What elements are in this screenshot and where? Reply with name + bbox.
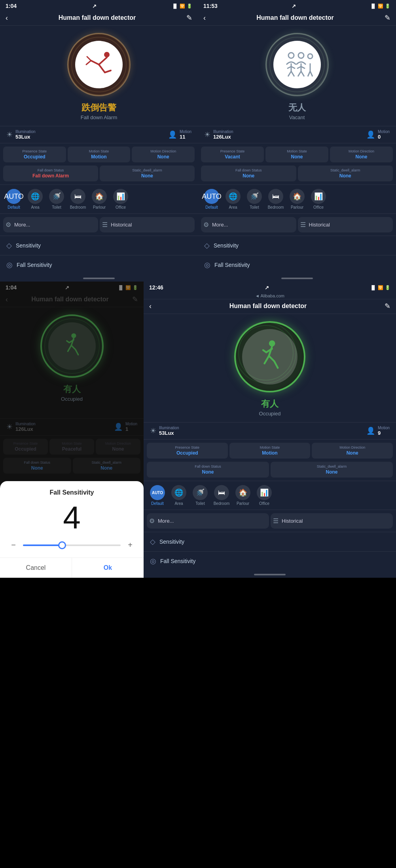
scene-area-br[interactable]: 🌐 Area bbox=[170, 485, 188, 506]
scene-area-tr[interactable]: 🌐 Area bbox=[224, 189, 242, 209]
app-header-tl: ‹ Human fall down detector ✎ bbox=[0, 11, 198, 26]
scene-row-br: AUTO Default 🌐 Area 🚿 Toilet 🛏 Bedroom 🏠… bbox=[144, 481, 396, 510]
slider-minus-button[interactable]: − bbox=[8, 541, 19, 550]
fall-sensitivity-row-br[interactable]: ◎ Fall Sensitivity bbox=[144, 551, 396, 571]
back-button-tl[interactable]: ‹ bbox=[6, 14, 8, 22]
back-button-tr[interactable]: ‹ bbox=[203, 14, 206, 22]
slider-plus-button[interactable]: + bbox=[125, 541, 136, 550]
gear-icon-tl: ⚙ bbox=[6, 221, 11, 228]
sensitivity-row-tl[interactable]: ◇ Sensitivity bbox=[0, 236, 198, 255]
svg-line-16 bbox=[301, 71, 304, 76]
more-label-br: More... bbox=[158, 518, 174, 524]
status-bar-bl: 1:04 ↗ ▐▌ 🛜 🔋 bbox=[0, 282, 144, 293]
svg-line-1 bbox=[99, 57, 107, 65]
edit-button-br[interactable]: ✎ bbox=[385, 302, 390, 310]
modal-title: Fall Sensitivity bbox=[0, 489, 144, 496]
scene-office-br[interactable]: 📊 Office bbox=[255, 485, 273, 506]
scene-default-label-tr: Default bbox=[205, 205, 218, 209]
wifi-icon-tr: 🛜 bbox=[378, 4, 383, 9]
modal-ok-button[interactable]: Ok bbox=[72, 558, 144, 578]
sensitivity-row-tr[interactable]: ◇ Sensitivity bbox=[198, 236, 396, 255]
fall-sensitivity-row-tr[interactable]: ◎ Fall Sensitivity bbox=[198, 255, 396, 274]
gear-icon-br: ⚙ bbox=[149, 517, 155, 525]
svg-line-9 bbox=[288, 71, 291, 76]
modal-cancel-button[interactable]: Cancel bbox=[0, 558, 72, 578]
sensitivity-row-br[interactable]: ◇ Sensitivity bbox=[144, 532, 396, 551]
motion-label-br: Motion bbox=[378, 426, 390, 430]
svg-point-0 bbox=[104, 52, 110, 57]
scene-parlour-tr[interactable]: 🏠 Parlour bbox=[288, 189, 306, 209]
scene-bedroom-br[interactable]: 🛏 Bedroom bbox=[212, 485, 231, 506]
scene-toilet-br[interactable]: 🚿 Toilet bbox=[191, 485, 209, 506]
historical-button-br[interactable]: ☰ Historical bbox=[271, 513, 393, 529]
fall-figure-icon bbox=[83, 51, 115, 78]
motion-dir-value-tl: None bbox=[134, 154, 192, 160]
fall-sensitivity-modal: Fall Sensitivity 4 − + Cancel Ok bbox=[0, 481, 144, 578]
illumination-stat-br: ☀ Illumination 53Lux bbox=[150, 426, 179, 436]
more-button-br[interactable]: ⚙ More... bbox=[147, 513, 269, 529]
wifi-icon: 🛜 bbox=[180, 4, 185, 9]
scene-default-tl[interactable]: AUTO Default bbox=[5, 189, 23, 209]
presence-label-bl: Presence State bbox=[6, 442, 45, 445]
scene-parlour-tl[interactable]: 🏠 Parlour bbox=[90, 189, 108, 209]
scene-office-tr[interactable]: 📊 Office bbox=[309, 189, 328, 209]
motion-dir-label-tl: Motion Direction bbox=[134, 149, 192, 153]
history-icon-tl: ☰ bbox=[102, 221, 108, 228]
scene-toilet-tr[interactable]: 🚿 Toilet bbox=[245, 189, 263, 209]
svg-line-21 bbox=[308, 71, 310, 76]
scene-office-icon-br: 📊 bbox=[257, 485, 272, 500]
scene-office-icon-tl: 📊 bbox=[113, 189, 128, 204]
edit-button-bl[interactable]: ✎ bbox=[132, 295, 138, 304]
sensitivity-label-tl: Sensitivity bbox=[16, 242, 41, 249]
illumination-label-bl: Illumination bbox=[15, 422, 36, 426]
fall-sensitivity-row-tl[interactable]: ◎ Fall Sensitivity bbox=[0, 255, 198, 274]
hero-section-bl: 有人 Occupied bbox=[0, 307, 144, 418]
dwell-alarm-tl: Static_dwell_alarm None bbox=[100, 166, 195, 181]
more-button-tl[interactable]: ⚙ More... bbox=[3, 217, 98, 232]
svg-line-5 bbox=[87, 57, 91, 61]
edit-button-tl[interactable]: ✎ bbox=[186, 13, 192, 22]
edit-button-tr[interactable]: ✎ bbox=[385, 13, 390, 22]
motion-state-label-br: Motion State bbox=[232, 445, 308, 449]
presence-value-br: Occupied bbox=[149, 450, 225, 456]
scene-default-br[interactable]: AUTO Default bbox=[148, 485, 167, 506]
alarm-tags-tl: Fall down Status Fall down Alarm Static_… bbox=[0, 166, 198, 185]
motion-state-label-bl: Motion State bbox=[52, 442, 92, 445]
scene-parlour-br[interactable]: 🏠 Parlour bbox=[234, 485, 252, 506]
illumination-value-bl: 126Lux bbox=[15, 426, 36, 432]
slider-track[interactable] bbox=[23, 544, 121, 546]
dwell-alarm-tr: Static_dwell_alarm None bbox=[298, 166, 393, 181]
fall-status-value-br: None bbox=[149, 469, 267, 475]
motion-stat-bl: 👤 Motion 1 bbox=[114, 422, 137, 432]
scene-toilet-tl[interactable]: 🚿 Toilet bbox=[47, 189, 66, 209]
svg-point-7 bbox=[288, 53, 294, 58]
motion-value-tr: 0 bbox=[378, 134, 390, 140]
more-button-tr[interactable]: ⚙ More... bbox=[201, 217, 296, 232]
presence-value-bl: Occupied bbox=[6, 446, 45, 452]
scroll-indicator-tr bbox=[281, 278, 313, 279]
back-button-br[interactable]: ‹ bbox=[149, 302, 152, 310]
slider-thumb[interactable] bbox=[58, 541, 66, 549]
motion-dir-tr: Motion Direction None bbox=[330, 147, 393, 162]
presence-state-tr: Presence State Vacant bbox=[201, 147, 264, 162]
scene-default-tr[interactable]: AUTO Default bbox=[203, 189, 221, 209]
hero-section-br: 有人 Occupied bbox=[144, 314, 396, 422]
scene-bedroom-tr[interactable]: 🛏 Bedroom bbox=[267, 189, 285, 209]
state-tags-bl: Presence State Occupied Motion State Pea… bbox=[0, 435, 144, 458]
motion-state-label-tl: Motion State bbox=[70, 149, 128, 153]
slider-row: − + bbox=[0, 541, 144, 550]
motion-value-tl: 11 bbox=[180, 134, 191, 140]
fall-status-label-bl: Fall down Status bbox=[6, 461, 69, 464]
historical-button-tl[interactable]: ☰ Historical bbox=[100, 217, 195, 232]
battery-icon: 🔋 bbox=[187, 4, 192, 9]
dwell-label-bl: Static_dwell_alarm bbox=[75, 461, 138, 464]
back-button-bl[interactable]: ‹ bbox=[6, 295, 8, 304]
fall-status-bl: Fall down Status None bbox=[3, 458, 71, 474]
sensitivity-icon-tr: ◇ bbox=[204, 241, 210, 250]
scene-bedroom-tl[interactable]: 🛏 Bedroom bbox=[69, 189, 87, 209]
scene-area-tl[interactable]: 🌐 Area bbox=[26, 189, 44, 209]
historical-button-tr[interactable]: ☰ Historical bbox=[298, 217, 393, 232]
scene-office-tl[interactable]: 📊 Office bbox=[112, 189, 130, 209]
location-arrow-tr: ↗ bbox=[292, 3, 296, 9]
svg-line-10 bbox=[291, 71, 294, 76]
